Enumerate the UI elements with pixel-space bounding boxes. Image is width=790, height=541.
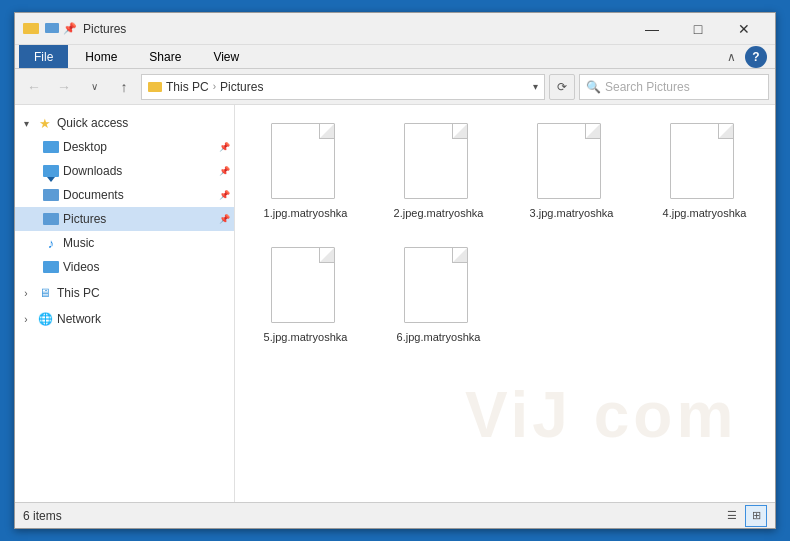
file-page-5 [404,247,468,323]
desktop-pin-icon: 📌 [219,142,230,152]
this-pc-section: › 🖥 This PC [15,281,234,305]
network-icon: 🌐 [37,311,53,327]
tab-share[interactable]: Share [134,45,196,68]
sidebar-item-videos[interactable]: Videos [15,255,234,279]
sidebar-item-quick-access[interactable]: ▾ ★ Quick access [15,111,234,135]
sidebar-downloads-label: Downloads [63,164,122,178]
pictures-folder-icon [43,211,59,227]
this-pc-icon: 🖥 [37,285,53,301]
help-button[interactable]: ? [745,46,767,68]
path-pictures: Pictures [220,80,263,94]
file-page-2 [537,123,601,199]
explorer-window: 📌 Pictures — □ ✕ File Home Share View ∧ … [14,12,776,529]
window-controls: — □ ✕ [629,13,767,45]
downloads-pin-icon: 📌 [219,166,230,176]
file-icon-2 [537,123,607,203]
file-item-5[interactable]: 6.jpg.matryoshka [380,241,497,349]
sidebar-desktop-label: Desktop [63,140,107,154]
status-view-buttons: ☰ ⊞ [721,505,767,527]
path-dropdown-arrow[interactable]: ▾ [533,81,538,92]
title-bar-icon: 📌 [23,22,77,35]
file-area: ViJ com 1.jpg.matryoshka 2.jpeg.matryosh… [235,105,775,502]
file-item-4[interactable]: 5.jpg.matryoshka [247,241,364,349]
quick-access-section: ▾ ★ Quick access Desktop 📌 [15,111,234,279]
file-icon-1 [404,123,474,203]
ribbon-expand-area: ∧ ? [721,46,771,68]
sidebar-documents-label: Documents [63,188,124,202]
music-icon: ♪ [43,235,59,251]
up-button[interactable]: ↑ [111,74,137,100]
documents-pin-icon: 📌 [219,190,230,200]
status-bar: 6 items ☰ ⊞ [15,502,775,528]
pictures-pin-icon: 📌 [219,214,230,224]
address-bar: ← → ∨ ↑ This PC › Pictures ▾ ⟳ 🔍 Search … [15,69,775,105]
search-placeholder: Search Pictures [605,80,690,94]
sidebar-pictures-label: Pictures [63,212,106,226]
file-item-3[interactable]: 4.jpg.matryoshka [646,117,763,225]
file-page-0 [271,123,335,199]
maximize-button[interactable]: □ [675,13,721,45]
forward-button[interactable]: → [51,74,77,100]
sidebar-this-pc-label: This PC [57,286,100,300]
tab-view[interactable]: View [198,45,254,68]
sidebar-network-label: Network [57,312,101,326]
file-page-3 [670,123,734,199]
sidebar-item-network[interactable]: › 🌐 Network [15,307,234,331]
search-icon: 🔍 [586,80,601,94]
sidebar-item-documents[interactable]: Documents 📌 [15,183,234,207]
downloads-folder-icon [43,163,59,179]
sidebar-item-music[interactable]: ♪ Music [15,231,234,255]
title-bar: 📌 Pictures — □ ✕ [15,13,775,45]
file-item-2[interactable]: 3.jpg.matryoshka [513,117,630,225]
desktop-folder-icon [43,139,59,155]
quick-access-star-icon: ★ [37,115,53,131]
status-count: 6 items [23,509,62,523]
file-icon-4 [271,247,341,327]
window-title: Pictures [83,22,629,36]
file-name-1: 2.jpeg.matryoshka [394,207,484,219]
expand-arrow-network: › [19,314,33,325]
sidebar-item-this-pc[interactable]: › 🖥 This PC [15,281,234,305]
expand-arrow-this-pc: › [19,288,33,299]
file-name-3: 4.jpg.matryoshka [663,207,747,219]
close-button[interactable]: ✕ [721,13,767,45]
search-box[interactable]: 🔍 Search Pictures [579,74,769,100]
file-item-0[interactable]: 1.jpg.matryoshka [247,117,364,225]
path-chevron1: › [213,81,216,92]
watermark: ViJ com [465,378,737,452]
view-icons-button[interactable]: ⊞ [745,505,767,527]
file-name-5: 6.jpg.matryoshka [397,331,481,343]
address-path[interactable]: This PC › Pictures ▾ [141,74,545,100]
documents-folder-icon [43,187,59,203]
view-list-button[interactable]: ☰ [721,505,743,527]
ribbon: File Home Share View ∧ ? [15,45,775,69]
recent-button[interactable]: ∨ [81,74,107,100]
ribbon-collapse-button[interactable]: ∧ [721,47,741,67]
tab-home[interactable]: Home [70,45,132,68]
file-page-4 [271,247,335,323]
file-page-1 [404,123,468,199]
expand-arrow-quick-access: ▾ [19,118,33,129]
refresh-button[interactable]: ⟳ [549,74,575,100]
quick-access-label: Quick access [57,116,128,130]
file-icon-5 [404,247,474,327]
sidebar-item-pictures[interactable]: Pictures 📌 [15,207,234,231]
window-icon [23,23,39,34]
sidebar-item-desktop[interactable]: Desktop 📌 [15,135,234,159]
minimize-button[interactable]: — [629,13,675,45]
file-name-2: 3.jpg.matryoshka [530,207,614,219]
back-button[interactable]: ← [21,74,47,100]
tab-file[interactable]: File [19,45,68,68]
sidebar-videos-label: Videos [63,260,99,274]
sidebar-music-label: Music [63,236,94,250]
sidebar-item-downloads[interactable]: Downloads 📌 [15,159,234,183]
window-icon2 [45,23,59,33]
file-name-4: 5.jpg.matryoshka [264,331,348,343]
ribbon-tab-row: File Home Share View ∧ ? [15,45,775,68]
videos-icon [43,259,59,275]
file-icon-3 [670,123,740,203]
main-content: ▾ ★ Quick access Desktop 📌 [15,105,775,502]
sidebar: ▾ ★ Quick access Desktop 📌 [15,105,235,502]
file-item-1[interactable]: 2.jpeg.matryoshka [380,117,497,225]
path-folder-icon [148,82,162,92]
